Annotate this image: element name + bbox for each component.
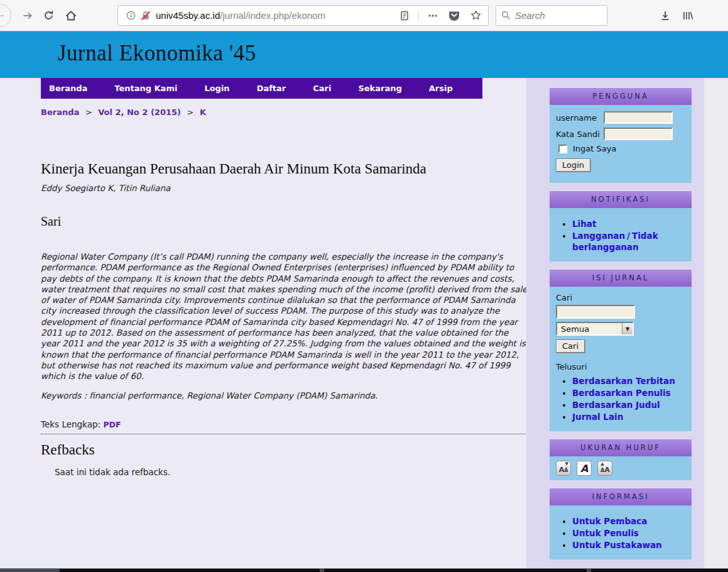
toolbar-divider: [418, 9, 419, 22]
article-title: Kinerja Keuangan Perusahaan Daerah Air M…: [41, 161, 530, 177]
fulltext-label: Teks Lengkap:: [41, 419, 101, 429]
username-input[interactable]: [604, 111, 673, 124]
browse-by-title-link[interactable]: Berdasarkan Judul: [572, 400, 660, 410]
insecure-lock-icon[interactable]: [138, 7, 153, 25]
information-block: INFORMASI Untuk Pembaca Untuk Penulis Un…: [550, 488, 692, 559]
remember-label: Ingat Saya: [573, 144, 616, 153]
remember-checkbox[interactable]: [558, 145, 567, 153]
reader-mode-icon[interactable]: [397, 7, 412, 25]
journal-content-block: ISI JURNAL Cari Semua ▼ Cari Telusuri Be…: [550, 270, 692, 431]
site-info-icon[interactable]: [123, 7, 138, 25]
nav-item-sekarang[interactable]: Sekarang: [358, 84, 401, 93]
nav-item-beranda[interactable]: Beranda: [49, 84, 87, 93]
font-size-block-title: UKURAN HURUF: [550, 439, 692, 456]
browse-by-issue-link[interactable]: Berdasarkan Terbitan: [572, 376, 675, 386]
fulltext-row: Teks Lengkap: PDF: [41, 419, 530, 429]
bottom-bar-segment: [591, 569, 728, 572]
breadcrumb-current: K: [200, 107, 206, 117]
breadcrumb-issue-link[interactable]: Vol 2, No 2 (2015): [98, 107, 181, 117]
nav-item-daftar[interactable]: Daftar: [257, 84, 286, 93]
bookmark-star-icon[interactable]: [468, 7, 483, 25]
article-authors: Eddy Soegiarto K, Titin Ruliana: [41, 184, 530, 193]
view-notifications-link[interactable]: Lihat: [572, 219, 596, 229]
page-bottom-bar: [0, 568, 728, 572]
login-button[interactable]: Login: [556, 158, 590, 172]
page-right-gutter: [704, 78, 728, 568]
list-item: Berdasarkan Penulis: [572, 387, 685, 399]
journal-search-button[interactable]: Cari: [556, 339, 585, 353]
downloads-button[interactable]: [655, 0, 676, 31]
search-scope-value: Semua: [561, 324, 589, 334]
notifications-block-title: NOTIFIKASI: [550, 191, 692, 208]
sidebar: PENGGUNA username Kata Sandi Ingat Saya …: [526, 78, 704, 568]
nav-item-arsip[interactable]: Arsip: [429, 84, 453, 93]
refbacks-heading: Refbacks: [41, 442, 530, 458]
journal-content-block-title: ISI JURNAL: [550, 270, 692, 287]
forward-arrow-icon: [22, 10, 33, 21]
back-button[interactable]: [0, 4, 11, 27]
caret-down-icon: ▼: [565, 462, 568, 466]
font-larger-button[interactable]: ▲AA: [597, 461, 612, 476]
search-input[interactable]: [515, 10, 590, 21]
home-icon: [65, 10, 77, 21]
search-icon: [501, 11, 511, 20]
other-journals-link[interactable]: Jurnal Lain: [572, 412, 623, 422]
username-label: username: [556, 113, 604, 123]
reload-button[interactable]: [38, 0, 59, 31]
article-page: Beranda > Vol 2, No 2 (2015) > K Kinerja…: [41, 99, 530, 477]
breadcrumb-separator: >: [187, 107, 194, 117]
list-item: Lihat: [572, 218, 685, 229]
font-smaller-button[interactable]: AA▼: [556, 461, 571, 476]
site-banner: Jurnal Ekonomika '45: [0, 31, 728, 78]
home-button[interactable]: [60, 0, 82, 31]
list-item: Untuk Pustakawan: [572, 539, 685, 551]
breadcrumb-separator: >: [85, 107, 92, 117]
nav-item-tentang-kami[interactable]: Tentang Kami: [114, 84, 177, 93]
search-bar[interactable]: [496, 5, 607, 26]
browse-by-author-link[interactable]: Berdasarkan Penulis: [572, 388, 671, 398]
information-block-title: INFORMASI: [550, 488, 692, 505]
chevron-down-icon: ▼: [622, 323, 633, 334]
info-for-authors-link[interactable]: Untuk Penulis: [572, 528, 639, 538]
back-arrow-icon: [0, 10, 6, 21]
password-input[interactable]: [604, 128, 673, 140]
site-title: Jurnal Ekonomika '45: [0, 31, 728, 66]
forward-button[interactable]: [17, 0, 38, 31]
breadcrumb-home-link[interactable]: Beranda: [41, 107, 79, 117]
list-item: Untuk Pembaca: [572, 515, 685, 527]
nav-item-login[interactable]: Login: [204, 84, 229, 93]
info-for-readers-link[interactable]: Untuk Pembaca: [572, 516, 647, 526]
library-button[interactable]: [677, 0, 698, 31]
info-for-librarians-link[interactable]: Untuk Pustakawan: [572, 540, 662, 550]
section-divider: [41, 434, 530, 434]
link-separator: /: [627, 231, 630, 241]
pdf-link[interactable]: PDF: [103, 420, 121, 429]
user-block-title: PENGGUNA: [550, 88, 692, 105]
page: { "browser": { "toolbar": { "url_host": …: [0, 0, 728, 572]
main-nav: Beranda Tentang Kami Login Daftar Cari S…: [41, 78, 482, 99]
font-default-button[interactable]: A: [577, 461, 592, 476]
password-label: Kata Sandi: [556, 129, 604, 139]
list-item: Untuk Penulis: [572, 527, 685, 539]
list-item: Jurnal Lain: [572, 411, 685, 422]
nav-item-cari[interactable]: Cari: [313, 84, 331, 93]
library-icon: [682, 10, 693, 21]
url-host: univ45sby.ac.id: [156, 10, 220, 21]
notifications-block: NOTIFIKASI Lihat Langganan/Tidak berlang…: [550, 191, 692, 261]
url-text[interactable]: univ45sby.ac.id/jurnal/index.php/ekonom: [156, 10, 325, 21]
download-icon: [660, 10, 671, 21]
address-bar[interactable]: univ45sby.ac.id/jurnal/index.php/ekonom: [117, 5, 489, 26]
refbacks-empty-text: Saat ini tidak ada refbacks.: [55, 467, 530, 477]
user-block: PENGGUNA username Kata Sandi Ingat Saya …: [550, 88, 692, 183]
journal-search-input[interactable]: [556, 305, 635, 319]
page-actions-icon[interactable]: [425, 7, 440, 25]
browser-toolbar: univ45sby.ac.id/jurnal/index.php/ekonom: [0, 0, 728, 31]
journal-search-label: Cari: [556, 293, 685, 302]
bottom-bar-segment: [60, 569, 320, 572]
search-scope-select[interactable]: Semua ▼: [556, 322, 634, 336]
abstract-text: Regional Water Company (It’s call PDAM) …: [41, 251, 530, 382]
caret-up-icon: ▲: [600, 462, 604, 466]
subscribe-link[interactable]: Langganan: [572, 231, 625, 241]
pocket-icon[interactable]: [447, 7, 462, 25]
keywords-text: Keywords : financial performance, Region…: [41, 391, 530, 400]
